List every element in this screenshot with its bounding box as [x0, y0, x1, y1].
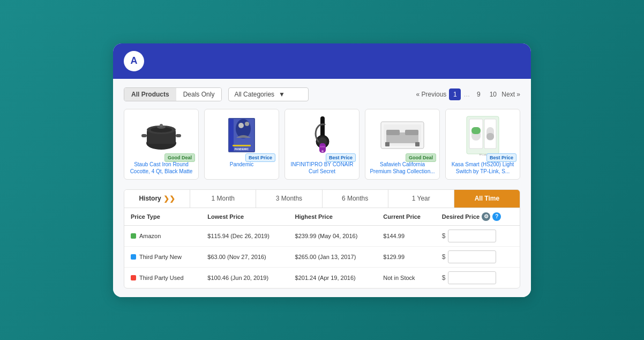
- svg-text:PANDEMIC: PANDEMIC: [235, 147, 249, 151]
- svg-rect-27: [385, 142, 390, 146]
- badge-0: Good Deal: [164, 153, 195, 162]
- next-page-button[interactable]: Next »: [501, 91, 520, 98]
- history-label-tab: History ❯❯: [124, 190, 190, 208]
- amazon-color-indicator: [131, 233, 136, 239]
- product-card-4[interactable]: TP-Link Best Price Kasa Smart (HS200) Li…: [445, 109, 520, 180]
- page-1-button[interactable]: 1: [449, 88, 461, 100]
- product-image-1: PANDEMIC: [218, 114, 266, 157]
- thirdparty-used-current: Not in Stock: [377, 267, 436, 288]
- product-filter-group: All Products Deals Only: [124, 87, 222, 101]
- table-row: Third Party New $63.00 (Nov 27, 2016) $2…: [124, 246, 520, 267]
- page-10-button[interactable]: 10: [487, 88, 499, 100]
- badge-1: Best Price: [245, 153, 275, 162]
- col-desired-price: Desired Price ⚙ ?: [436, 208, 520, 226]
- badge-2: Best Price: [326, 153, 356, 162]
- amazon-lowest: $115.94 (Dec 26, 2019): [201, 226, 288, 247]
- table-header-icons: ⚙ ?: [482, 212, 501, 221]
- rug-image: [378, 114, 426, 157]
- tab-3months[interactable]: 3 Months: [256, 190, 322, 208]
- col-current-price: Current Price: [377, 208, 436, 226]
- book-image: PANDEMIC: [218, 114, 266, 157]
- amazon-desired: $: [436, 226, 520, 247]
- thirdparty-new-highest: $265.00 (Jan 13, 2017): [289, 246, 377, 267]
- thirdparty-used-highest: $201.24 (Apr 19, 2016): [289, 267, 377, 288]
- svg-rect-36: [486, 133, 494, 140]
- svg-rect-4: [141, 134, 147, 137]
- ellipsis: …: [463, 91, 470, 98]
- svg-point-13: [245, 122, 249, 126]
- svg-point-12: [238, 123, 244, 128]
- product-card-0[interactable]: Good Deal Staub Cast Iron Round Cocotte,…: [124, 109, 199, 180]
- product-image-0: [137, 114, 185, 157]
- svg-rect-14: [233, 145, 251, 146]
- all-products-button[interactable]: All Products: [124, 88, 176, 101]
- prev-page-button[interactable]: « Previous: [416, 91, 447, 98]
- tab-6months[interactable]: 6 Months: [323, 190, 388, 208]
- thirdparty-new-desired: $: [436, 246, 520, 267]
- tab-alltime[interactable]: All Time: [454, 190, 520, 208]
- product-card-1[interactable]: PANDEMIC Best Price Pandemic: [204, 109, 279, 180]
- history-tabs: History ❯❯ 1 Month 3 Months 6 Months 1 Y…: [124, 190, 520, 208]
- svg-rect-34: [471, 127, 481, 134]
- chevron-down-icon: ▼: [279, 91, 285, 98]
- help-icon[interactable]: ?: [492, 212, 501, 221]
- curler-image: [298, 114, 346, 157]
- tab-1month[interactable]: 1 Month: [190, 190, 256, 208]
- product-image-2: [298, 114, 346, 157]
- table-row: Third Party Used $100.46 (Jun 20, 2019) …: [124, 267, 520, 288]
- category-dropdown[interactable]: All Categories ▼: [228, 87, 309, 101]
- svg-rect-10: [229, 119, 234, 151]
- product-name-3: Safavieh California Premium Shag Collect…: [370, 161, 435, 175]
- svg-rect-5: [176, 134, 181, 137]
- product-name-4: Kasa Smart (HS200) Light Switch by TP-Li…: [450, 161, 515, 175]
- switch-image: TP-Link: [459, 114, 507, 157]
- content-area: All Products Deals Only All Categories ▼…: [113, 79, 531, 297]
- product-card-3[interactable]: Good Deal Safavieh California Premium Sh…: [365, 109, 440, 180]
- svg-rect-26: [405, 130, 418, 135]
- thirdparty-new-desired-input[interactable]: [448, 250, 496, 263]
- table-row: Amazon $115.94 (Dec 26, 2019) $239.99 (M…: [124, 226, 520, 247]
- settings-icon[interactable]: ⚙: [482, 212, 490, 221]
- top-bar: All Products Deals Only All Categories ▼…: [124, 87, 520, 101]
- thirdparty-new-color-indicator: [131, 254, 136, 260]
- svg-rect-20: [320, 146, 325, 147]
- amazon-desired-input[interactable]: [448, 230, 496, 242]
- svg-point-21: [321, 150, 324, 152]
- page-9-button[interactable]: 9: [473, 88, 484, 100]
- product-name-0: Staub Cast Iron Round Cocotte, 4 Qt, Bla…: [129, 161, 194, 175]
- col-lowest-price: Lowest Price: [201, 208, 288, 226]
- deals-only-button[interactable]: Deals Only: [176, 88, 222, 101]
- table-header-row: Price Type Lowest Price Highest Price Cu…: [124, 208, 520, 226]
- thirdparty-used-desired: $: [436, 267, 520, 288]
- product-image-4: TP-Link: [459, 114, 507, 157]
- thirdparty-used-color-indicator: [131, 275, 136, 280]
- products-grid: Good Deal Staub Cast Iron Round Cocotte,…: [124, 109, 520, 180]
- price-table: Price Type Lowest Price Highest Price Cu…: [124, 208, 520, 288]
- pot-image: [137, 114, 185, 157]
- amazon-current: $144.99: [377, 226, 436, 247]
- price-type-thirdparty-new: Third Party New: [124, 246, 201, 267]
- tab-1year[interactable]: 1 Year: [388, 190, 454, 208]
- price-table-body: Amazon $115.94 (Dec 26, 2019) $239.99 (M…: [124, 226, 520, 288]
- thirdparty-used-desired-input[interactable]: [448, 271, 496, 284]
- history-section: History ❯❯ 1 Month 3 Months 6 Months 1 Y…: [124, 189, 520, 289]
- thirdparty-new-current: $129.99: [377, 246, 436, 267]
- col-price-type: Price Type: [124, 208, 201, 226]
- col-highest-price: Highest Price: [289, 208, 377, 226]
- svg-point-7: [160, 124, 163, 127]
- page-wrapper: A All Products Deals Only All Categories…: [0, 0, 644, 340]
- thirdparty-used-lowest: $100.46 (Jun 20, 2019): [201, 267, 288, 288]
- thirdparty-new-lowest: $63.00 (Nov 27, 2016): [201, 246, 288, 267]
- product-name-2: INFINITIPRO BY CONAIR Curl Secret: [289, 161, 355, 175]
- svg-text:TP-Link: TP-Link: [479, 153, 486, 156]
- badge-3: Good Deal: [406, 153, 436, 162]
- header-bar: A: [113, 43, 531, 79]
- logo: A: [124, 51, 144, 71]
- amazon-highest: $239.99 (May 04, 2016): [289, 226, 377, 247]
- pagination: « Previous 1 … 9 10 Next »: [416, 88, 520, 100]
- price-type-amazon: Amazon: [124, 226, 201, 247]
- svg-rect-25: [386, 130, 400, 135]
- product-card-2[interactable]: Best Price INFINITIPRO BY CONAIR Curl Se…: [284, 109, 360, 180]
- history-arrow-icon: ❯❯: [163, 195, 175, 203]
- badge-4: Best Price: [486, 153, 516, 162]
